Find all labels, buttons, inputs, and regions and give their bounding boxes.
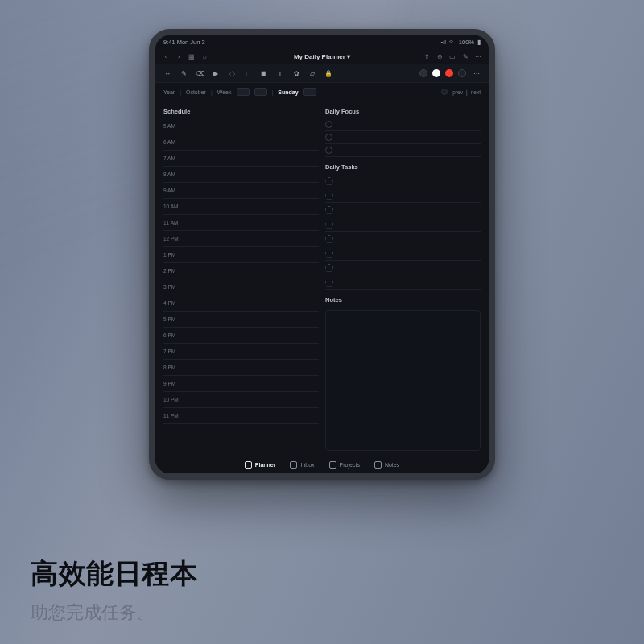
share-icon[interactable]: ⇧ — [423, 52, 431, 60]
schedule-slot[interactable]: 7 AM — [163, 151, 319, 167]
nav-projects[interactable]: Projects — [329, 461, 360, 469]
nav-week[interactable]: Week — [217, 89, 232, 95]
search-icon[interactable]: ⌕ — [200, 52, 208, 60]
schedule-slot[interactable]: 1 PM — [163, 247, 319, 263]
overflow-icon[interactable]: ⋯ — [471, 68, 482, 79]
nav-notes-label: Notes — [385, 462, 399, 468]
nav-dot-icon[interactable] — [441, 89, 448, 95]
tool-text-icon[interactable]: T — [275, 68, 286, 79]
tool-stamp-icon[interactable]: ✿ — [291, 68, 302, 79]
right-column: Daily Focus Daily Tasks Notes — [325, 106, 481, 451]
schedule-slot[interactable]: 8 AM — [163, 167, 319, 183]
tasks-title: Daily Tasks — [325, 163, 481, 171]
schedule-slot[interactable]: 2 PM — [163, 263, 319, 279]
schedule-slot[interactable]: 6 PM — [163, 328, 319, 344]
caption-headline: 高效能日程本 — [31, 555, 613, 592]
projects-icon — [329, 461, 336, 469]
schedule-slot[interactable]: 12 PM — [163, 231, 319, 247]
time-label: 6 PM — [163, 332, 184, 338]
nav-year[interactable]: Year — [163, 89, 175, 95]
tool-lasso-icon[interactable]: ◌ — [226, 68, 237, 79]
time-label: 7 PM — [163, 349, 184, 354]
battery-icon: ▮ — [477, 39, 481, 46]
task-line[interactable] — [325, 261, 481, 275]
task-line[interactable] — [325, 203, 481, 217]
notes-title: Notes — [325, 296, 481, 303]
schedule-slot[interactable]: 11 AM — [163, 215, 319, 231]
nav-notes[interactable]: Notes — [374, 461, 399, 469]
schedule-slot[interactable]: 10 PM — [163, 392, 319, 408]
week-chip-1[interactable] — [237, 88, 250, 96]
tool-lock-icon[interactable]: 🔒 — [323, 68, 334, 79]
time-label: 12 PM — [163, 236, 184, 242]
nav-projects-label: Projects — [340, 462, 360, 468]
caption-subline: 助您完成任务。 — [31, 601, 613, 625]
task-line[interactable] — [325, 174, 481, 188]
schedule-slot[interactable]: 4 PM — [163, 295, 319, 312]
caption-block: 高效能日程本 助您完成任务。 — [31, 555, 613, 625]
color-swatch-red[interactable] — [445, 69, 453, 77]
task-line[interactable] — [325, 188, 481, 203]
bottom-nav: Planner Inbox Projects Notes — [155, 456, 489, 473]
nav-inbox-label: Inbox — [300, 462, 314, 468]
task-line[interactable] — [325, 217, 481, 232]
color-swatch-white[interactable] — [432, 69, 440, 77]
focus-title: Daily Focus — [325, 108, 481, 115]
schedule-slot[interactable]: 8 PM — [163, 360, 319, 376]
notes-icon — [374, 461, 382, 469]
nav-inbox[interactable]: Inbox — [290, 461, 314, 469]
tool-ruler-icon[interactable]: ▱ — [307, 68, 318, 79]
page-icon[interactable]: ▭ — [448, 52, 456, 60]
time-label: 10 AM — [163, 204, 184, 209]
schedule-slot[interactable]: 9 AM — [163, 183, 319, 199]
color-swatch-dark2[interactable] — [458, 69, 466, 77]
schedule-slot[interactable]: 6 AM — [163, 134, 319, 151]
task-line[interactable] — [325, 275, 481, 290]
time-label: 4 PM — [163, 300, 184, 306]
nav-month[interactable]: October — [186, 89, 206, 95]
focus-line[interactable] — [325, 118, 481, 131]
schedule-slot[interactable]: 10 AM — [163, 199, 319, 215]
new-icon[interactable]: ⊕ — [436, 52, 444, 60]
day-chip[interactable] — [303, 88, 316, 96]
task-line[interactable] — [325, 246, 481, 261]
tool-highlighter-icon[interactable]: ▶ — [210, 68, 221, 79]
time-label: 11 AM — [163, 220, 184, 225]
grid-icon[interactable]: ▦ — [188, 52, 196, 60]
status-wifi-icon: ᯤ — [449, 39, 456, 46]
schedule-slot[interactable]: 11 PM — [163, 408, 319, 424]
date-nav: Year | October | Week | Sunday prev | ne… — [155, 83, 489, 101]
nav-planner[interactable]: Planner — [245, 461, 276, 469]
tool-eraser-icon[interactable]: ⌫ — [194, 68, 205, 79]
task-line[interactable] — [325, 232, 481, 246]
tool-pen-icon[interactable]: ✎ — [178, 68, 189, 79]
schedule-slot[interactable]: 7 PM — [163, 344, 319, 360]
nav-day[interactable]: Sunday — [278, 89, 298, 95]
week-chip-2[interactable] — [254, 88, 267, 96]
forward-icon[interactable]: › — [175, 52, 183, 60]
back-icon[interactable]: ‹ — [162, 52, 170, 60]
schedule-slot[interactable]: 5 AM — [163, 118, 319, 134]
schedule-slot[interactable]: 9 PM — [163, 376, 319, 392]
app-title[interactable]: My Daily Planner ▾ — [294, 53, 350, 60]
status-time: 9:41 Mon Jun 3 — [163, 39, 205, 46]
time-label: 2 PM — [163, 268, 184, 274]
time-label: 1 PM — [163, 252, 184, 258]
color-swatch-dark[interactable] — [419, 69, 427, 77]
tool-shapes-icon[interactable]: ◻ — [242, 68, 254, 79]
tool-image-icon[interactable]: ▣ — [258, 68, 270, 79]
nav-next[interactable]: next — [471, 89, 481, 95]
tool-move-icon[interactable]: ↔ — [162, 68, 173, 79]
more-icon[interactable]: ⋯ — [474, 52, 482, 60]
status-battery: 100% — [459, 39, 474, 46]
time-label: 8 AM — [163, 171, 184, 177]
edit-icon[interactable]: ✎ — [461, 52, 469, 60]
status-bar: 9:41 Mon Jun 3 •ıl ᯤ 100% ▮ — [155, 35, 489, 49]
focus-line[interactable] — [325, 144, 481, 157]
schedule-slot[interactable]: 3 PM — [163, 279, 319, 295]
focus-line[interactable] — [325, 131, 481, 144]
notes-area[interactable] — [325, 310, 481, 451]
schedule-slot[interactable]: 5 PM — [163, 312, 319, 328]
time-label: 6 AM — [163, 139, 184, 145]
nav-prev[interactable]: prev — [452, 89, 463, 95]
